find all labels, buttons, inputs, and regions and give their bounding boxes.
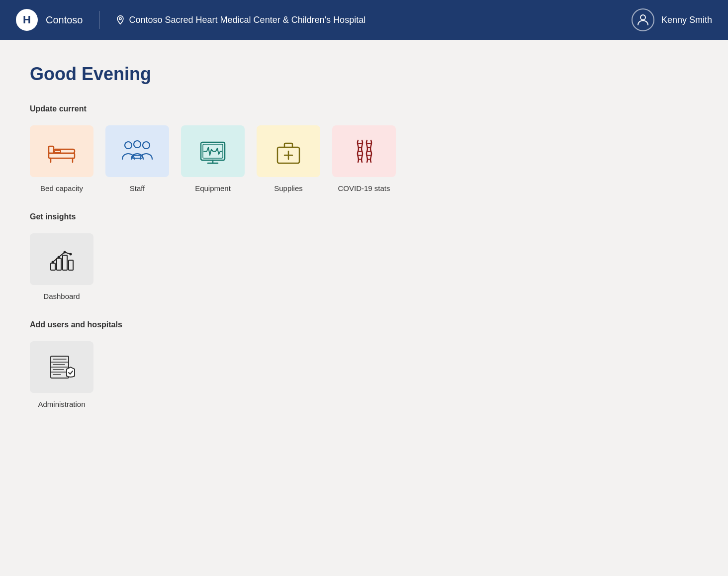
location-text: Contoso Sacred Heart Medical Center & Ch… — [129, 15, 366, 25]
section-update-current: Update current — [30, 104, 698, 192]
svg-rect-30 — [57, 258, 61, 270]
section-label-add-users: Add users and hospitals — [30, 320, 698, 329]
update-cards-row: Bed capacity — [30, 125, 698, 192]
main-content: Good Evening Update current — [0, 40, 728, 576]
svg-point-35 — [64, 251, 66, 254]
card-label-staff: Staff — [130, 184, 145, 192]
card-icon-dashboard — [30, 233, 93, 285]
bed-icon — [46, 138, 78, 164]
svg-point-8 — [125, 142, 132, 149]
dashboard-icon — [46, 244, 78, 274]
svg-rect-2 — [49, 153, 75, 158]
greeting: Good Evening — [30, 64, 698, 85]
section-label-update: Update current — [30, 104, 698, 113]
card-icon-supplies — [257, 125, 320, 177]
user-info[interactable]: Kenny Smith — [632, 8, 712, 31]
equipment-icon — [197, 137, 229, 165]
card-label-supplies: Supplies — [274, 184, 303, 192]
svg-rect-32 — [69, 260, 73, 270]
location-label: Contoso Sacred Heart Medical Center & Ch… — [115, 15, 366, 25]
svg-rect-31 — [63, 255, 67, 270]
svg-point-33 — [52, 261, 54, 264]
svg-point-1 — [640, 15, 645, 20]
header-divider — [99, 11, 99, 29]
card-icon-administration — [30, 341, 93, 393]
card-label-covid: COVID-19 stats — [338, 184, 390, 192]
brand-name: Contoso — [46, 14, 83, 26]
user-name: Kenny Smith — [661, 15, 712, 25]
section-add-users: Add users and hospitals — [30, 320, 698, 408]
card-staff[interactable]: Staff — [105, 125, 169, 192]
card-administration[interactable]: Administration — [30, 341, 93, 408]
card-icon-equipment — [181, 125, 245, 177]
card-icon-staff — [105, 125, 169, 177]
app-header: H Contoso Contoso Sacred Heart Medical C… — [0, 0, 728, 40]
avatar — [632, 8, 654, 31]
supplies-icon — [273, 137, 303, 165]
section-get-insights: Get insights — [30, 212, 698, 300]
card-icon-covid — [332, 125, 396, 177]
card-supplies[interactable]: Supplies — [257, 125, 320, 192]
header-left: H Contoso Contoso Sacred Heart Medical C… — [16, 9, 365, 31]
app-logo: H — [16, 9, 38, 31]
insights-cards-row: Dashboard — [30, 233, 698, 300]
card-icon-bed-capacity — [30, 125, 93, 177]
covid-icon — [348, 136, 380, 166]
svg-point-9 — [134, 141, 141, 148]
svg-point-34 — [58, 256, 60, 259]
admin-icon — [46, 352, 78, 382]
staff-icon — [119, 137, 155, 165]
card-label-dashboard: Dashboard — [43, 292, 80, 300]
svg-rect-3 — [49, 146, 54, 153]
svg-point-36 — [70, 253, 72, 256]
section-label-insights: Get insights — [30, 212, 698, 221]
card-label-administration: Administration — [38, 400, 85, 408]
card-bed-capacity[interactable]: Bed capacity — [30, 125, 93, 192]
user-icon — [636, 12, 650, 27]
card-covid-stats[interactable]: COVID-19 stats — [332, 125, 396, 192]
location-icon — [115, 15, 125, 25]
card-equipment[interactable]: Equipment — [181, 125, 245, 192]
svg-point-10 — [143, 142, 150, 149]
add-users-cards-row: Administration — [30, 341, 698, 408]
svg-rect-5 — [55, 150, 61, 153]
card-dashboard[interactable]: Dashboard — [30, 233, 93, 300]
card-label-bed-capacity: Bed capacity — [40, 184, 83, 192]
svg-rect-29 — [51, 263, 55, 270]
svg-point-0 — [119, 17, 121, 19]
card-label-equipment: Equipment — [195, 184, 231, 192]
